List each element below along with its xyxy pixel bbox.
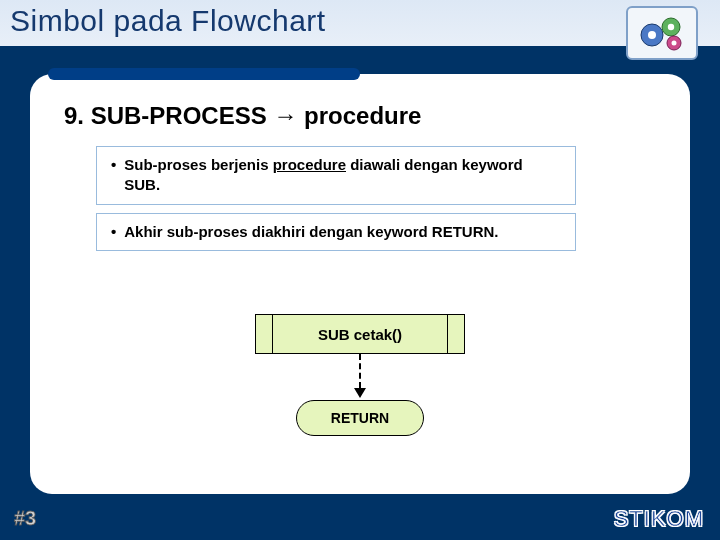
flow-diagram: SUB cetak() RETURN bbox=[30, 314, 690, 436]
flow-arrow bbox=[354, 354, 366, 398]
slide-title: Simbol pada Flowchart bbox=[10, 4, 710, 38]
heading-suffix: procedure bbox=[304, 102, 421, 129]
title-bar: Simbol pada Flowchart bbox=[0, 0, 720, 46]
subprocess-label: SUB cetak() bbox=[318, 326, 402, 343]
return-label: RETURN bbox=[331, 410, 389, 426]
terminator-symbol: RETURN bbox=[296, 400, 424, 436]
dashed-line-icon bbox=[359, 354, 361, 388]
section-heading: 9. SUB-PROCESS → procedure bbox=[64, 102, 662, 130]
bullet-box-2: • Akhir sub-proses diakhiri dengan keywo… bbox=[96, 213, 576, 251]
bullet-text: Akhir sub-proses diakhiri dengan keyword… bbox=[124, 222, 498, 242]
panel-accent-bar bbox=[48, 68, 360, 80]
bullet-item: • Sub-proses berjenis procedure diawali … bbox=[111, 155, 561, 196]
svg-point-5 bbox=[672, 41, 677, 46]
gears-icon bbox=[626, 6, 698, 60]
content-panel: 9. SUB-PROCESS → procedure • Sub-proses … bbox=[30, 74, 690, 494]
bullet-item: • Akhir sub-proses diakhiri dengan keywo… bbox=[111, 222, 561, 242]
svg-point-1 bbox=[648, 31, 656, 39]
arrow-icon: → bbox=[273, 102, 297, 129]
bullet-dot-icon: • bbox=[111, 155, 116, 196]
heading-number: 9. bbox=[64, 102, 84, 129]
bullet-dot-icon: • bbox=[111, 222, 116, 242]
arrowhead-down-icon bbox=[354, 388, 366, 398]
brand-logo: STIKOM bbox=[614, 506, 704, 532]
bullet-box-1: • Sub-proses berjenis procedure diawali … bbox=[96, 146, 576, 205]
heading-keyword: SUB-PROCESS bbox=[91, 102, 267, 129]
page-number: #3 bbox=[14, 507, 36, 530]
subprocess-symbol: SUB cetak() bbox=[255, 314, 465, 354]
svg-point-3 bbox=[668, 24, 674, 30]
bullet-text: Sub-proses berjenis procedure diawali de… bbox=[124, 155, 561, 196]
